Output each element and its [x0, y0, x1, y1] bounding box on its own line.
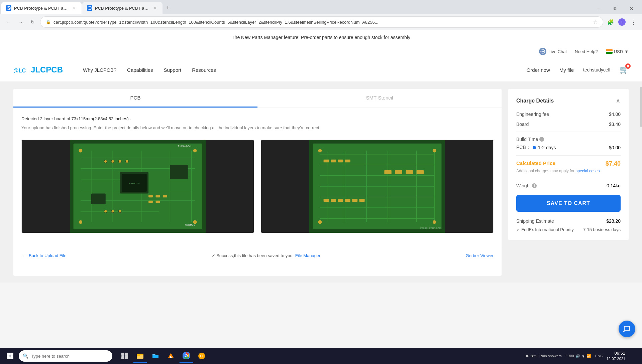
forward-button[interactable]: →	[16, 17, 25, 27]
upload-message: Your upload has finished processing. Ent…	[21, 125, 494, 132]
header-right: Order now My file techstudycell 🛒 0	[527, 65, 629, 74]
username-display[interactable]: techstudycell	[583, 67, 610, 72]
back-to-upload-link[interactable]: ← Back to Upload File	[21, 253, 67, 259]
svg-text:ESP8266: ESP8266	[129, 182, 140, 185]
fedex-days: 7-15 business days	[583, 227, 621, 232]
svg-point-75	[433, 220, 436, 224]
browser-chrome: PCB Prototype & PCB Fabricatio... ✕ PCB …	[0, 0, 642, 30]
charge-panel-header: Charge Details ∧	[516, 97, 621, 105]
svg-point-26	[193, 149, 197, 153]
cart-button[interactable]: 🛒 0	[620, 65, 629, 74]
build-time-price: $0.00	[609, 145, 621, 150]
svg-point-29	[104, 160, 107, 163]
logo[interactable]: @LC JLCPCB	[13, 63, 63, 76]
shipping-value: $28.20	[606, 218, 621, 224]
svg-point-33	[104, 210, 107, 213]
india-flag-icon	[606, 49, 613, 54]
calc-price-value: $7.40	[606, 160, 621, 167]
need-help-button[interactable]: Need Help?	[575, 49, 598, 54]
bookmark-icon[interactable]: ☆	[593, 19, 598, 25]
nav-capabilities[interactable]: Capabilities	[127, 67, 153, 73]
tab-close-1[interactable]: ✕	[72, 5, 77, 11]
main-nav: Why JLCPCB? Capabilities Support Resourc…	[83, 67, 513, 73]
tab-pcb[interactable]: PCB	[13, 89, 257, 108]
scroll-bar[interactable]	[640, 87, 642, 127]
more-options-icon[interactable]: ⋮	[629, 17, 638, 27]
file-manager-link[interactable]: File Manager	[295, 253, 321, 258]
address-bar[interactable]: 🔒 cart.jlcpcb.com/quote?orderType=1&sten…	[40, 16, 603, 28]
build-time-row: PCB： 1-2 days $0.00	[516, 145, 621, 151]
calculated-price-section: Calculated Price $7.40 Additional charge…	[516, 160, 621, 173]
tab-title-2: PCB Prototype & PCB Fabricatio...	[95, 6, 150, 11]
weight-row: Weight i 0.14kg	[516, 183, 621, 188]
svg-rect-70	[406, 170, 413, 174]
pcb-images: ESP8266	[21, 140, 494, 233]
svg-point-35	[118, 210, 121, 213]
nav-resources[interactable]: Resources	[192, 67, 216, 73]
back-button[interactable]: ←	[4, 17, 13, 27]
quote-tabs: PCB SMT-Stencil	[13, 89, 502, 108]
new-tab-button[interactable]: +	[163, 3, 173, 13]
svg-rect-24	[91, 193, 106, 204]
main-header: @LC JLCPCB Why JLCPCB? Capabilities Supp…	[0, 58, 642, 82]
board-label: Board	[516, 122, 529, 127]
close-button[interactable]: ✕	[624, 3, 639, 14]
svg-rect-64	[338, 199, 343, 202]
nav-why-jlcpcb[interactable]: Why JLCPCB?	[83, 67, 116, 73]
profile-icon[interactable]: T	[617, 17, 627, 27]
svg-rect-39	[155, 195, 160, 197]
board-fee-row: Board $3.40	[516, 122, 621, 127]
svg-point-32	[126, 160, 129, 163]
live-chat-button[interactable]: Live Chat	[539, 48, 567, 55]
my-file-button[interactable]: My file	[559, 67, 574, 73]
svg-rect-67	[359, 199, 365, 202]
extensions-icon[interactable]: 🧩	[606, 17, 615, 27]
calc-price-label: Calculated Price	[516, 160, 555, 166]
svg-point-27	[79, 220, 83, 224]
svg-point-1	[88, 6, 91, 10]
svg-rect-65	[345, 199, 350, 202]
svg-rect-71	[417, 170, 424, 174]
quote-panel: PCB SMT-Stencil Detected 2 layer board o…	[13, 89, 502, 276]
announcement-bar: The New Parts Manager feature: Pre-order…	[0, 30, 642, 45]
svg-text:NodeMCU: NodeMCU	[185, 223, 195, 226]
svg-rect-59	[331, 160, 336, 163]
fedex-expand[interactable]: ∨ FedEx International Priority	[516, 227, 574, 232]
tab-favicon-1	[6, 5, 11, 11]
order-now-button[interactable]: Order now	[527, 67, 550, 73]
restore-button[interactable]: ⧉	[607, 3, 623, 14]
special-cases-link[interactable]: special cases	[575, 169, 600, 173]
currency-label: USD	[614, 49, 623, 54]
announcement-text: The New Parts Manager feature: Pre-order…	[232, 35, 410, 40]
toolbar-icons: 🧩 T ⋮	[606, 17, 638, 27]
nav-support[interactable]: Support	[164, 67, 182, 73]
currency-selector[interactable]: USD ▼	[606, 49, 629, 54]
svg-rect-62	[324, 199, 329, 202]
live-chat-label: Live Chat	[548, 49, 567, 54]
save-to-cart-button[interactable]: SAVE TO CART	[516, 195, 621, 212]
tab-smt-stencil[interactable]: SMT-Stencil	[257, 89, 502, 108]
svg-rect-41	[148, 201, 153, 203]
browser-tab-1[interactable]: PCB Prototype & PCB Fabricatio... ✕	[1, 2, 82, 14]
collapse-button[interactable]: ∧	[616, 97, 621, 105]
chevron-down-icon: ∨	[516, 227, 519, 232]
gerber-viewer-link[interactable]: Gerber Viewer	[465, 253, 494, 258]
weight-info-icon[interactable]: i	[532, 183, 537, 188]
build-time-info-icon[interactable]: i	[539, 137, 544, 142]
svg-rect-66	[352, 199, 357, 202]
calc-price-row: Calculated Price $7.40	[516, 160, 621, 167]
svg-rect-40	[163, 195, 167, 197]
engineering-fee-value: $4.00	[609, 112, 621, 117]
svg-point-72	[318, 149, 322, 153]
svg-point-3	[542, 51, 542, 52]
browser-tab-2[interactable]: PCB Prototype & PCB Fabricatio... ✕	[82, 2, 163, 14]
url-text: cart.jlcpcb.com/quote?orderType=1&stenci…	[54, 20, 591, 25]
refresh-button[interactable]: ↻	[28, 17, 37, 27]
svg-rect-60	[338, 160, 343, 163]
tab-close-2[interactable]: ✕	[152, 5, 158, 11]
quote-body: Detected 2 layer board of 73x115mm(2.88x…	[13, 108, 502, 248]
blue-dot-icon	[533, 146, 536, 149]
svg-rect-63	[331, 199, 336, 202]
minimize-button[interactable]: −	[591, 3, 606, 14]
live-chat-icon	[539, 48, 546, 55]
